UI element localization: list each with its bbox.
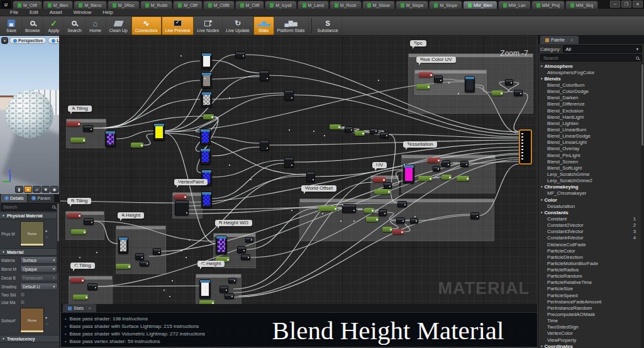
node-operation[interactable]: [441, 160, 450, 167]
palette-item-particlerandom[interactable]: ParticleRandom: [538, 273, 641, 280]
menu-help[interactable]: Help: [97, 9, 118, 15]
palette-item-constant4vector[interactable]: Constant4Vector4: [538, 235, 641, 241]
details-scrollbar[interactable]: [57, 202, 59, 273]
node-vector-param[interactable]: [116, 264, 131, 269]
asset-tab-m_slope[interactable]: M_Slope: [396, 1, 429, 9]
asset-tab-m_cliff[interactable]: M_Cliff: [235, 1, 265, 9]
plane-shape-button[interactable]: ▱: [33, 186, 41, 193]
palette-item-particlespeed[interactable]: ParticleSpeed: [538, 292, 641, 298]
stats-button[interactable]: Stats: [253, 16, 274, 35]
palette-item-precomputedaomask[interactable]: PrecomputedAOMask: [538, 311, 641, 317]
node-scalar-param[interactable]: [392, 229, 404, 234]
palette-item-blend_screen[interactable]: Blend_Screen: [538, 158, 641, 165]
palette-tab[interactable]: Palette ✕: [540, 36, 579, 44]
node-operation[interactable]: [260, 140, 269, 151]
node-operation[interactable]: [396, 217, 405, 224]
live-nodes-button[interactable]: Live Nodes: [194, 16, 223, 35]
asset-tab-m_rubb[interactable]: M_Rubb: [140, 1, 172, 9]
palette-item-blend_linearburn[interactable]: Blend_LinearBurn: [538, 126, 641, 133]
node-scalar-param[interactable]: [70, 278, 84, 283]
palette-item-atmosphericfogcolor[interactable]: AtmosphericFogColor: [538, 69, 641, 75]
node-material-output[interactable]: [519, 129, 532, 165]
palette-item-perinstancerandom[interactable]: PerInstanceRandom: [538, 305, 641, 311]
node-scalar-param[interactable]: [373, 177, 386, 182]
node-operation[interactable]: [219, 286, 228, 293]
node-operation[interactable]: [284, 157, 294, 168]
palette-item-particlesize[interactable]: ParticleSize: [538, 286, 641, 292]
asset-tab-m_slope[interactable]: M_Slope: [429, 1, 462, 9]
asset-thumbnail[interactable]: None: [20, 308, 44, 333]
asset-tab-m_cliffli[interactable]: M_Cliffli: [203, 1, 235, 9]
asset-thumbnail[interactable]: None: [20, 221, 44, 246]
node-operation[interactable]: [345, 126, 353, 133]
node-operation[interactable]: [380, 132, 389, 138]
node-operation[interactable]: [342, 204, 356, 213]
clean-up-button[interactable]: Clean Up: [106, 16, 131, 35]
node-vector-param[interactable]: [364, 208, 374, 213]
palette-item-blend_hardlight[interactable]: Blend_HardLight: [538, 114, 641, 120]
viewport-options-dropdown[interactable]: ▾: [1, 37, 8, 44]
palette-item-blend_lighten[interactable]: Blend_Lighten: [538, 120, 641, 126]
property-dropdown[interactable]: Opaque▼: [20, 265, 58, 273]
node-operation[interactable]: [433, 166, 440, 171]
palette-scrollbar[interactable]: [641, 63, 644, 348]
palette-item-blend_pinlight[interactable]: Blend_PinLight: [538, 152, 641, 158]
palette-category-chromakeying[interactable]: ▼Chromakeying: [538, 184, 641, 190]
close-icon[interactable]: ✕: [88, 306, 91, 310]
palette-item-lerp_scratchgrime2[interactable]: Lerp_ScratchGrime2: [538, 178, 641, 184]
asset-tab-mm_lan[interactable]: MM_Lan: [498, 1, 531, 9]
node-operation[interactable]: [140, 261, 149, 266]
node-texture-sample[interactable]: [118, 237, 128, 254]
node-vector-param[interactable]: [203, 114, 214, 119]
node-vector-param[interactable]: [70, 138, 86, 143]
palette-item-distancecullfade[interactable]: DistanceCullFade: [538, 241, 641, 247]
node-texture-sample[interactable]: [105, 131, 116, 147]
close-button[interactable]: ✕: [633, 1, 643, 8]
section-header-translucency[interactable]: ▼Translucency: [0, 335, 59, 342]
node-operation[interactable]: [241, 254, 250, 260]
material-node-graph[interactable]: SpcBlue Color UVA TilingB TilingC Tiling…: [60, 36, 538, 348]
node-vector-param[interactable]: [366, 217, 379, 222]
menu-edit[interactable]: Edit: [25, 9, 43, 15]
palette-category-coordinates[interactable]: ▼Coordinates: [538, 343, 641, 348]
node-vector-param[interactable]: [492, 90, 503, 95]
node-texture-sample[interactable]: [465, 76, 475, 92]
node-operation[interactable]: [434, 75, 443, 83]
stats-tab[interactable]: Stats ✕: [63, 304, 96, 312]
node-vector-param[interactable]: [416, 84, 430, 89]
node-texture-sample[interactable]: [199, 280, 211, 298]
node-texture-sample[interactable]: [201, 92, 212, 107]
details-search[interactable]: [1, 203, 58, 211]
live-preview-button[interactable]: Live Preview: [162, 16, 194, 35]
node-vector-param[interactable]: [131, 143, 143, 148]
palette-item-blend_difference[interactable]: Blend_Difference: [538, 101, 641, 107]
palette-item-blend_softlight[interactable]: Blend_SoftLight: [538, 165, 641, 171]
node-operation[interactable]: [370, 128, 378, 134]
node-texture-sample[interactable]: [201, 53, 212, 69]
asset-tab-m_blenc[interactable]: M_Blenc: [74, 1, 106, 9]
palette-item-lerp_scratchgrime[interactable]: Lerp_ScratchGrime: [538, 171, 641, 177]
use-selected-icon[interactable]: ←: [45, 322, 49, 325]
node-operation[interactable]: [460, 161, 469, 167]
node-vector-param[interactable]: [382, 227, 392, 232]
platform-stats-button[interactable]: Platform Stats: [274, 16, 309, 35]
sphere-shape-button[interactable]: ●: [24, 186, 32, 193]
node-operation[interactable]: [384, 182, 392, 189]
palette-item-vertexcolor[interactable]: VertexColor: [538, 330, 641, 337]
node-scalar-param[interactable]: [419, 72, 433, 77]
node-operation[interactable]: [237, 246, 246, 253]
cube-shape-button[interactable]: ■: [42, 186, 50, 193]
node-scalar-param[interactable]: [174, 194, 187, 199]
property-dropdown[interactable]: Default Li▼: [20, 283, 58, 290]
chevron-down-icon[interactable]: ▾: [45, 315, 49, 320]
node-vector-param[interactable]: [355, 131, 365, 136]
property-dropdown[interactable]: Surface▼: [20, 256, 58, 264]
menu-file[interactable]: File: [5, 9, 23, 15]
section-header-physical-material[interactable]: ▼Physical Material: [0, 212, 59, 219]
home-button[interactable]: Home: [86, 16, 106, 35]
asset-tab-m_2roc[interactable]: M_2Roc: [108, 1, 140, 9]
asset-tab-m_cliff[interactable]: M_Cliff: [173, 1, 203, 9]
category-dropdown[interactable]: All ▼: [563, 45, 642, 53]
node-operation[interactable]: [153, 248, 161, 255]
palette-item-blend_linearlight[interactable]: Blend_LinearLight: [538, 139, 641, 146]
